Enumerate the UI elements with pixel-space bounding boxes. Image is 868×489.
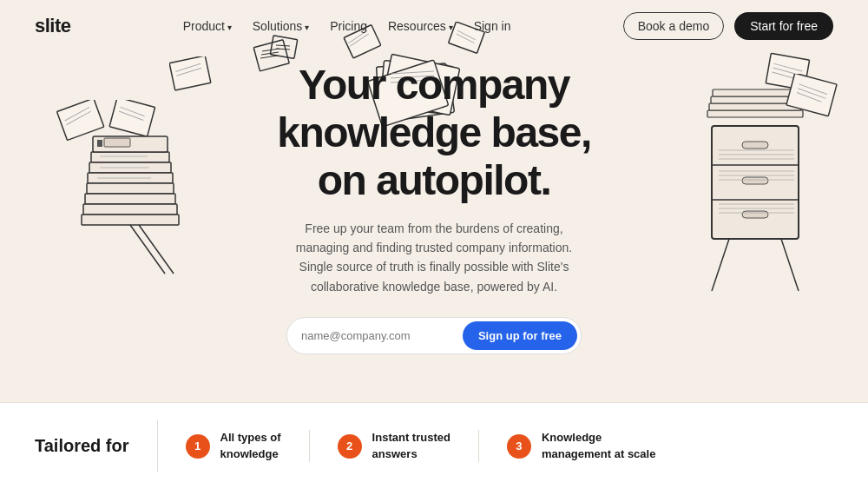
bottom-strip: Tailored for 1 All types ofknowledge 2 I… [0,402,868,489]
nav-pricing[interactable]: Pricing [330,19,367,33]
nav-actions: Book a demo Start for free [623,12,833,40]
feature-text-1: All types ofknowledge [220,430,281,461]
feature-num-2: 2 [338,434,362,459]
tailored-label: Tailored for [35,436,129,456]
feature-text-2: Instant trustedanswers [372,430,450,461]
hero-subtitle: Free up your team from the burdens of cr… [286,219,582,297]
email-input[interactable] [301,329,463,342]
nav-links: Product Solutions Pricing Resources Sign… [183,18,511,34]
feature-item-1: 1 All types ofknowledge [186,430,310,461]
book-demo-button[interactable]: Book a demo [623,12,725,40]
start-free-button[interactable]: Start for free [734,12,833,40]
feature-items: 1 All types ofknowledge 2 Instant truste… [186,430,833,461]
feature-item-3: 3 Knowledgemanagement at scale [479,430,684,461]
feature-item-2: 2 Instant trustedanswers [310,430,479,461]
feature-num-3: 3 [507,434,531,459]
hero-title: Your company knowledge base, on autopilo… [0,61,868,205]
navbar: slite Product Solutions Pricing Resource… [0,0,868,52]
feature-num-1: 1 [186,434,210,459]
email-form: Sign up for free [286,317,582,354]
signup-button[interactable]: Sign up for free [463,321,577,350]
hero-section: Your company knowledge base, on autopilo… [0,52,868,354]
tailored-divider [157,420,158,472]
nav-solutions[interactable]: Solutions [253,19,309,33]
nav-product[interactable]: Product [183,19,232,33]
logo[interactable]: slite [35,15,71,37]
nav-resources[interactable]: Resources [388,19,453,33]
feature-text-3: Knowledgemanagement at scale [542,430,656,461]
nav-signin[interactable]: Sign in [474,19,511,33]
